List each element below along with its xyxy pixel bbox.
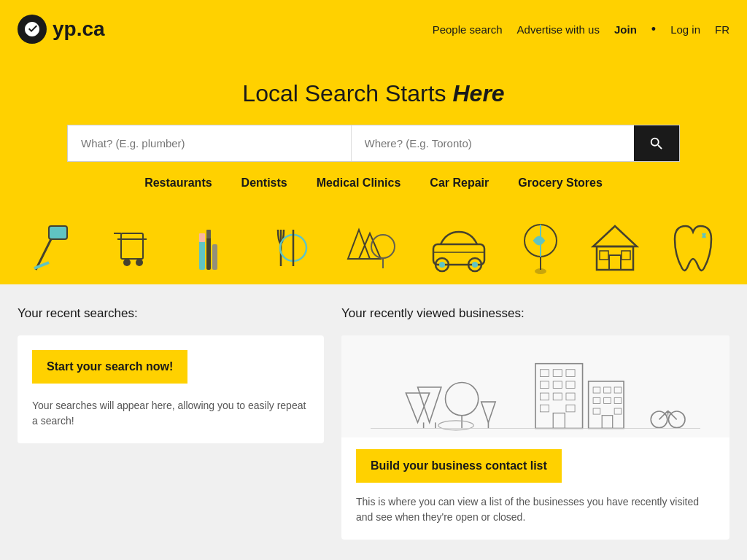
svg-rect-47 — [553, 370, 562, 377]
svg-marker-36 — [406, 393, 429, 422]
quick-link-grocery[interactable]: Grocery Stores — [518, 176, 603, 190]
svg-point-40 — [446, 383, 479, 416]
svg-rect-57 — [553, 413, 565, 428]
quick-link-medical[interactable]: Medical Clinics — [317, 176, 401, 190]
car-icon — [426, 219, 492, 277]
recently-viewed-panel: Your recently viewed businesses: — [341, 306, 729, 540]
svg-rect-64 — [614, 397, 622, 403]
svg-rect-10 — [212, 244, 217, 270]
svg-point-6 — [136, 259, 143, 266]
svg-rect-1 — [49, 226, 67, 239]
quick-link-dentists[interactable]: Dentists — [241, 176, 287, 190]
recent-searches-description: Your searches will appear here, allowing… — [32, 398, 309, 429]
lower-section: Your recent searches: Start your search … — [0, 284, 747, 560]
svg-rect-54 — [566, 393, 575, 400]
svg-marker-16 — [348, 230, 370, 259]
svg-point-24 — [472, 262, 478, 268]
svg-rect-46 — [540, 370, 549, 377]
logo-icon — [18, 15, 47, 44]
svg-point-44 — [438, 421, 473, 430]
quick-link-car-repair[interactable]: Car Repair — [430, 176, 489, 190]
svg-rect-33 — [622, 251, 630, 260]
svg-line-2 — [34, 262, 49, 268]
svg-rect-65 — [593, 408, 600, 414]
city-svg — [371, 343, 700, 438]
recently-viewed-card: Build your business contact list This is… — [341, 335, 729, 540]
recently-viewed-description: This is where you can view a list of the… — [341, 494, 729, 540]
search-where-input[interactable] — [352, 125, 635, 161]
build-contact-button[interactable]: Build your business contact list — [356, 449, 562, 483]
svg-rect-62 — [593, 397, 600, 403]
quick-link-restaurants[interactable]: Restaurants — [144, 176, 212, 190]
recent-searches-title: Your recent searches: — [18, 306, 324, 321]
svg-rect-31 — [609, 255, 621, 270]
nav-dot: • — [651, 22, 656, 37]
city-illustration — [341, 335, 729, 438]
svg-rect-67 — [602, 416, 613, 429]
nav-login[interactable]: Log in — [670, 23, 700, 36]
svg-rect-12 — [206, 230, 211, 238]
recent-searches-card: Start your search now! Your searches wil… — [18, 335, 324, 443]
nav-join[interactable]: Join — [614, 23, 637, 36]
restaurant-icon — [263, 219, 314, 277]
recently-viewed-title: Your recently viewed businesses: — [341, 306, 729, 321]
svg-rect-63 — [604, 397, 611, 403]
svg-rect-3 — [121, 233, 143, 259]
svg-rect-55 — [540, 405, 549, 412]
start-search-button[interactable]: Start your search now! — [32, 350, 187, 384]
search-what-input[interactable] — [68, 125, 352, 161]
svg-marker-29 — [593, 226, 637, 246]
quick-links: Restaurants Dentists Medical Clinics Car… — [18, 176, 729, 204]
svg-rect-51 — [566, 381, 575, 389]
svg-rect-56 — [566, 405, 575, 412]
svg-rect-61 — [614, 387, 622, 393]
svg-rect-8 — [199, 241, 205, 270]
svg-marker-42 — [481, 402, 495, 422]
svg-rect-60 — [604, 387, 611, 393]
svg-rect-53 — [553, 393, 562, 400]
svg-rect-30 — [597, 246, 633, 270]
nav-advertise[interactable]: Advertise with us — [517, 23, 600, 36]
svg-rect-11 — [199, 233, 205, 242]
electric-icon — [519, 219, 562, 277]
svg-rect-48 — [566, 370, 575, 377]
nav-lang[interactable]: FR — [715, 23, 729, 36]
svg-rect-45 — [535, 364, 583, 429]
logo-text: yp.ca — [53, 18, 105, 41]
logo[interactable]: yp.ca — [18, 15, 105, 44]
svg-rect-9 — [206, 237, 211, 270]
recent-searches-panel: Your recent searches: Start your search … — [18, 306, 324, 540]
svg-rect-50 — [553, 381, 562, 389]
cart-icon — [107, 219, 158, 277]
icon-strip — [0, 204, 747, 284]
hammer-icon — [28, 219, 80, 277]
cosmetics-icon — [185, 219, 236, 277]
svg-rect-59 — [593, 387, 600, 393]
nav-people-search[interactable]: People search — [433, 23, 503, 36]
svg-rect-66 — [614, 408, 622, 414]
svg-rect-20 — [433, 244, 484, 265]
svg-point-28 — [535, 268, 546, 274]
nav: People search Advertise with us Join • L… — [433, 22, 729, 37]
tooth-icon — [667, 219, 719, 277]
svg-point-5 — [123, 259, 131, 266]
hero-section: Local Search Starts Here Restaurants Den… — [0, 58, 747, 204]
svg-rect-52 — [540, 393, 549, 400]
svg-rect-32 — [600, 251, 608, 260]
landscape-icon — [341, 219, 399, 277]
header: yp.ca People search Advertise with us Jo… — [0, 0, 747, 58]
svg-point-22 — [439, 262, 445, 268]
search-bar — [67, 125, 680, 162]
yp-logo-svg — [23, 20, 41, 38]
build-contact-row: Build your business contact list — [341, 438, 729, 494]
house-icon — [589, 219, 640, 277]
hero-title: Local Search Starts Here — [18, 80, 729, 107]
search-icon — [649, 136, 665, 152]
svg-rect-58 — [589, 381, 624, 429]
search-button[interactable] — [634, 125, 679, 161]
svg-rect-49 — [540, 381, 549, 389]
